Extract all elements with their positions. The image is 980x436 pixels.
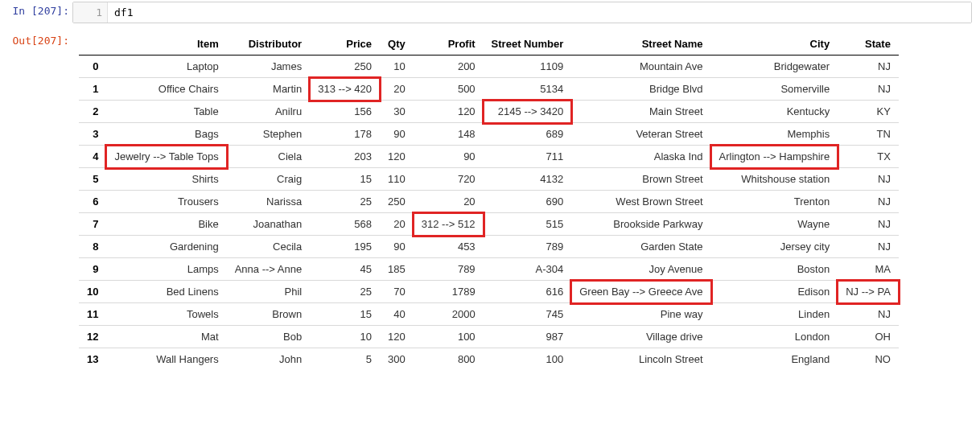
cell-street-name: West Brown Street [571,191,710,213]
cell-distributor: Brown [227,303,310,326]
cell-street-name: Green Bay --> Greece Ave [571,281,710,303]
cell-qty: 90 [380,123,414,146]
row-index: 6 [79,191,106,213]
cell-city: Edison [711,281,838,303]
cell-distributor: Ciela [227,146,310,168]
row-index: 13 [79,348,106,371]
cell-city: Whitshouse station [711,168,838,191]
cell-price: 25 [310,281,380,303]
cell-state: NJ [838,168,899,191]
cell-price: 195 [310,236,380,258]
cell-item: Bike [106,213,226,236]
output-prompt: Out[207]: [0,30,72,47]
cell-profit: 20 [414,191,484,213]
row-index: 3 [79,123,106,146]
cell-distributor: Phil [227,281,310,303]
dataframe-table: ItemDistributorPriceQtyProfitStreet Numb… [79,33,899,370]
cell-item: Bags [106,123,226,146]
cell-item: Shirts [106,168,226,191]
code-source[interactable]: df1 [108,2,971,23]
column-header-street-number: Street Number [484,33,572,56]
cell-profit: 800 [414,348,484,371]
cell-profit: 1789 [414,281,484,303]
cell-distributor: John [227,348,310,371]
cell-price: 15 [310,303,380,326]
row-index: 5 [79,168,106,191]
cell-profit: 120 [414,101,484,123]
cell-item: Laptop [106,56,226,78]
cell-city: Somerville [711,78,838,101]
cell-distributor: Craig [227,168,310,191]
cell-price: 178 [310,123,380,146]
line-number-gutter: 1 [73,2,108,23]
table-row: 0LaptopJames250102001109Mountain AveBrid… [79,56,899,78]
row-index: 0 [79,56,106,78]
column-header-price: Price [310,33,380,56]
output-cell: Out[207]: ItemDistributorPriceQtyProfitS… [0,30,980,378]
table-row: 7BikeJoanathan56820312 --> 512515Brooksi… [79,213,899,236]
cell-street-name: Lincoln Street [571,348,710,371]
row-index: 4 [79,146,106,168]
column-header-street-name: Street Name [571,33,710,56]
cell-street-name: Mountain Ave [571,56,710,78]
table-row: 9LampsAnna --> Anne45185789A-304Joy Aven… [79,258,899,281]
row-index: 7 [79,213,106,236]
cell-item: Lamps [106,258,226,281]
cell-price: 568 [310,213,380,236]
column-header-city: City [711,33,838,56]
row-index: 8 [79,236,106,258]
table-row: 12MatBob10120100987Village driveLondonOH [79,326,899,348]
cell-qty: 250 [380,191,414,213]
cell-distributor: Stephen [227,123,310,146]
cell-street-name: Main Street [571,101,710,123]
column-header-state: State [838,33,899,56]
cell-qty: 20 [380,213,414,236]
cell-street-number: A-304 [484,258,572,281]
cell-price: 25 [310,191,380,213]
cell-item: Gardening [106,236,226,258]
cell-city: Wayne [711,213,838,236]
cell-item: Wall Hangers [106,348,226,371]
cell-price: 5 [310,348,380,371]
column-header-item: Item [106,33,226,56]
cell-state: NJ [838,78,899,101]
code-input-area[interactable]: 1 df1 [72,2,972,23]
cell-qty: 10 [380,56,414,78]
cell-qty: 70 [380,281,414,303]
input-prompt: In [207]: [0,0,72,17]
cell-qty: 90 [380,236,414,258]
table-row: 10Bed LinensPhil25701789616Green Bay -->… [79,281,899,303]
cell-price: 45 [310,258,380,281]
cell-qty: 300 [380,348,414,371]
cell-item: Bed Linens [106,281,226,303]
cell-qty: 40 [380,303,414,326]
table-row: 13Wall HangersJohn5300800100Lincoln Stre… [79,348,899,371]
cell-street-number: 100 [484,348,572,371]
cell-street-name: Garden State [571,236,710,258]
cell-profit: 500 [414,78,484,101]
cell-profit: 2000 [414,303,484,326]
cell-profit: 789 [414,258,484,281]
cell-state: OH [838,326,899,348]
cell-street-number: 745 [484,303,572,326]
cell-price: 313 --> 420 [310,78,380,101]
cell-street-name: Village drive [571,326,710,348]
cell-qty: 185 [380,258,414,281]
cell-price: 15 [310,168,380,191]
cell-distributor: Anilru [227,101,310,123]
cell-qty: 110 [380,168,414,191]
cell-state: NJ [838,213,899,236]
cell-street-name: Veteran Street [571,123,710,146]
row-index: 1 [79,78,106,101]
table-row: 4Jewelry --> Table TopsCiela20312090711A… [79,146,899,168]
cell-city: Memphis [711,123,838,146]
cell-profit: 148 [414,123,484,146]
cell-city: Arlington --> Hampshire [711,146,838,168]
cell-state: NJ [838,236,899,258]
cell-street-number: 2145 --> 3420 [484,101,572,123]
cell-state: NJ [838,303,899,326]
row-index: 12 [79,326,106,348]
cell-distributor: James [227,56,310,78]
input-cell: In [207]: 1 df1 [0,0,980,30]
cell-street-number: 987 [484,326,572,348]
